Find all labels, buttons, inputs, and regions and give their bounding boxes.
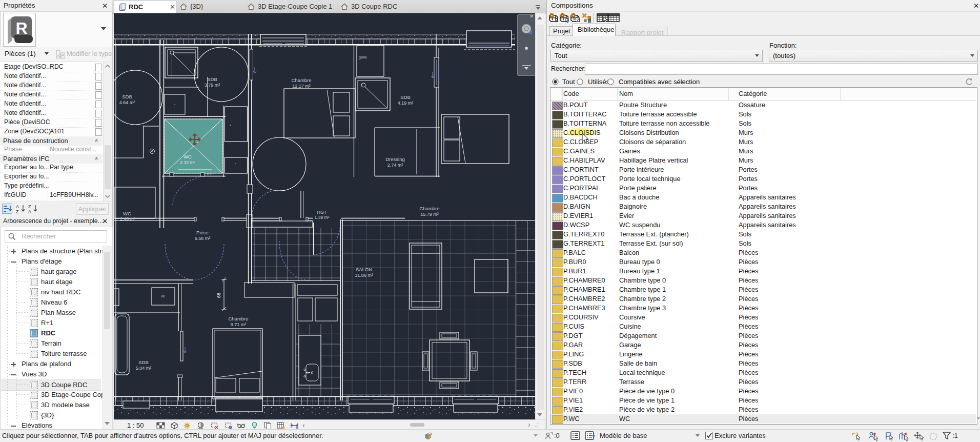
svg-text:2.32 m²: 2.32 m² — [180, 160, 195, 165]
svg-text:31.86 m²: 31.86 m² — [355, 273, 373, 278]
svg-text:4.19 m²: 4.19 m² — [398, 101, 414, 106]
svg-text:Chambre: Chambre — [419, 206, 439, 211]
svg-text:gaine: gaine — [359, 55, 367, 59]
svg-text:12.17 m²: 12.17 m² — [292, 84, 311, 89]
svg-text:▪: ▪ — [235, 162, 236, 165]
svg-text:RGT: RGT — [317, 210, 328, 215]
svg-text:1.39 m²: 1.39 m² — [315, 215, 330, 220]
svg-text:WC: WC — [183, 154, 192, 159]
svg-text:SALON: SALON — [356, 267, 372, 272]
svg-text:SDB: SDB — [207, 76, 217, 82]
svg-text:6.58 m²: 6.58 m² — [195, 236, 211, 241]
svg-text:ve: ve — [161, 294, 165, 298]
svg-text:SDB: SDB — [400, 94, 411, 100]
svg-text:Chambre: Chambre — [228, 316, 248, 322]
svg-text:A: A — [28, 209, 31, 214]
svg-text:SDB: SDB — [138, 359, 149, 365]
svg-text:Z: Z — [16, 209, 19, 214]
svg-text:▪: ▪ — [230, 124, 231, 127]
svg-text:2.46 m²: 2.46 m² — [120, 216, 135, 222]
svg-text:15.79 m²: 15.79 m² — [420, 212, 439, 217]
svg-text:Pièce: Pièce — [196, 230, 209, 235]
svg-text:A: A — [16, 204, 19, 209]
svg-text:5.04 m²: 5.04 m² — [136, 366, 152, 371]
svg-text:▫: ▫ — [174, 103, 175, 106]
svg-text:9.71 m²: 9.71 m² — [231, 322, 247, 327]
svg-text:3.79 m²: 3.79 m² — [205, 83, 220, 88]
svg-text:SDB: SDB — [122, 94, 132, 99]
svg-text:Dressing: Dressing — [385, 156, 405, 162]
svg-text:Chambre: Chambre — [291, 77, 311, 83]
svg-text:Z: Z — [28, 204, 31, 209]
svg-text:2.74 m²: 2.74 m² — [387, 163, 403, 168]
svg-text:WC: WC — [123, 211, 131, 216]
svg-text:68: 68 — [216, 293, 221, 298]
svg-text:2D: 2D — [529, 31, 532, 34]
svg-text:R: R — [15, 19, 27, 37]
svg-text:4.64 m²: 4.64 m² — [119, 100, 135, 105]
